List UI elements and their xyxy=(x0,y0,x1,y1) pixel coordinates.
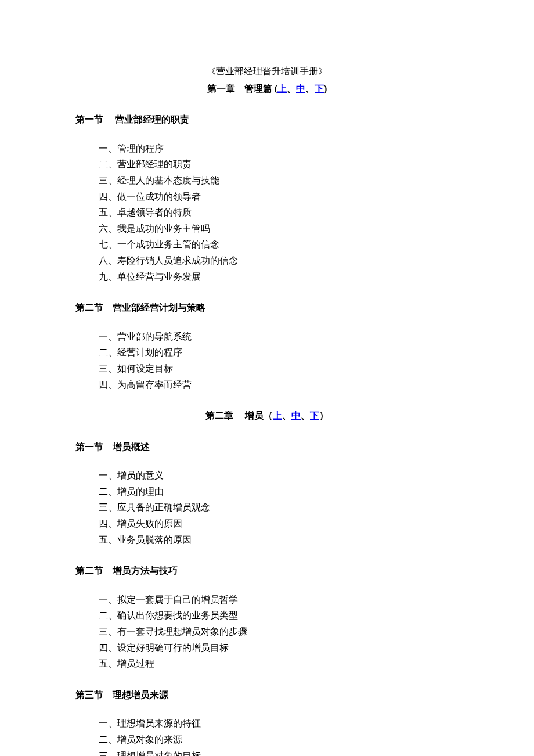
separator: 、 xyxy=(305,84,315,93)
list-item: 四、为高留存率而经营 xyxy=(99,377,459,393)
chapter-2-suffix: ） xyxy=(319,411,329,420)
section-2-2-items: 一、拟定一套属于自己的增员哲学 二、确认出你想要找的业务员类型 三、有一套寻找理… xyxy=(99,592,459,671)
chapter-1-link-upper[interactable]: 上 xyxy=(277,84,287,93)
section-2-3-items: 一、理想增员来源的特征 二、增员对象的来源 三、理想增员对象的目标 xyxy=(99,716,459,756)
separator: 、 xyxy=(282,411,291,420)
section-2-2-title: 第二节 增员方法与技巧 xyxy=(75,563,459,578)
section-1-2-title: 第二节 营业部经营计划与策略 xyxy=(75,300,459,315)
list-item: 四、做一位成功的领导者 xyxy=(99,189,459,204)
section-2-1-title: 第一节 增员概述 xyxy=(75,440,459,455)
list-item: 三、应具备的正确增员观念 xyxy=(99,500,459,515)
chapter-2-heading: 第二章 增员（上、中、下） xyxy=(75,408,459,423)
list-item: 一、管理的程序 xyxy=(99,141,459,156)
section-2-1-items: 一、增员的意义 二、增员的理由 三、应具备的正确增员观念 四、增员失败的原因 五… xyxy=(99,468,459,547)
section-1-2-items: 一、营业部的导航系统 二、经营计划的程序 三、如何设定目标 四、为高留存率而经营 xyxy=(99,329,459,392)
chapter-1-prefix: 第一章 管理篇 ( xyxy=(207,84,277,93)
list-item: 一、理想增员来源的特征 xyxy=(99,716,459,731)
chapter-2-link-lower[interactable]: 下 xyxy=(310,411,319,420)
list-item: 二、营业部经理的职责 xyxy=(99,157,459,172)
list-item: 四、设定好明确可行的增员目标 xyxy=(99,640,459,656)
chapter-2-link-upper[interactable]: 上 xyxy=(273,411,282,420)
list-item: 一、营业部的导航系统 xyxy=(99,329,459,344)
list-item: 五、卓越领导者的特质 xyxy=(99,205,459,220)
list-item: 四、增员失败的原因 xyxy=(99,516,459,531)
list-item: 二、增员的理由 xyxy=(99,484,459,499)
list-item: 六、我是成功的业务主管吗 xyxy=(99,221,459,236)
chapter-1-suffix: ) xyxy=(324,84,327,93)
list-item: 三、有一套寻找理想增员对象的步骤 xyxy=(99,624,459,639)
chapter-1-link-middle[interactable]: 中 xyxy=(296,84,305,93)
chapter-2-link-middle[interactable]: 中 xyxy=(291,411,301,420)
list-item: 五、业务员脱落的原因 xyxy=(99,532,459,548)
chapter-1-heading: 第一章 管理篇 (上、中、下) xyxy=(75,81,459,96)
document-title: 《营业部经理晋升培训手册》 xyxy=(75,64,459,79)
list-item: 八、寿险行销人员追求成功的信念 xyxy=(99,253,459,268)
section-1-1-items: 一、管理的程序 二、营业部经理的职责 三、经理人的基本态度与技能 四、做一位成功… xyxy=(99,141,459,284)
section-1-1-title: 第一节 营业部经理的职责 xyxy=(75,112,459,127)
list-item: 七、一个成功业务主管的信念 xyxy=(99,237,459,252)
list-item: 一、拟定一套属于自己的增员哲学 xyxy=(99,592,459,607)
list-item: 三、理想增员对象的目标 xyxy=(99,748,459,756)
list-item: 二、确认出你想要找的业务员类型 xyxy=(99,608,459,623)
list-item: 五、增员过程 xyxy=(99,656,459,671)
separator: 、 xyxy=(301,411,310,420)
chapter-2-prefix: 第二章 增员（ xyxy=(205,411,273,420)
list-item: 三、如何设定目标 xyxy=(99,361,459,376)
chapter-1-link-lower[interactable]: 下 xyxy=(315,84,324,93)
list-item: 三、经理人的基本态度与技能 xyxy=(99,173,459,188)
list-item: 一、增员的意义 xyxy=(99,468,459,483)
list-item: 二、增员对象的来源 xyxy=(99,732,459,747)
list-item: 二、经营计划的程序 xyxy=(99,345,459,360)
list-item: 九、单位经营与业务发展 xyxy=(99,269,459,285)
section-2-3-title: 第三节 理想增员来源 xyxy=(75,687,459,703)
separator: 、 xyxy=(287,84,296,93)
